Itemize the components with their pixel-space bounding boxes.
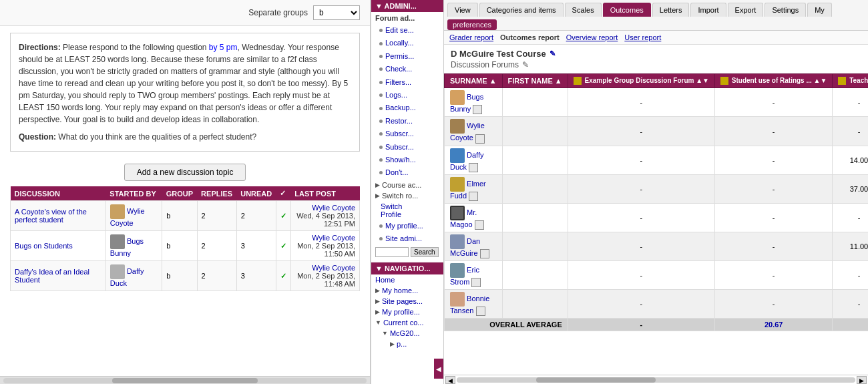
add-topic-button[interactable]: Add a new discussion topic	[124, 164, 246, 181]
table-row: Wylie Coyote - - -	[445, 117, 869, 146]
avatar	[450, 90, 465, 105]
scroll-right-button[interactable]: ▶	[857, 376, 867, 384]
course-edit-icon[interactable]: ✎	[550, 49, 556, 58]
grade-icon[interactable]	[480, 249, 489, 258]
discussion-title[interactable]: Daffy's Idea of an Ideal Student	[11, 261, 106, 291]
subscr1-item[interactable]: Subscr...	[371, 128, 443, 140]
tab-my[interactable]: My	[807, 3, 832, 17]
add-topic-area: Add a new discussion topic	[0, 158, 370, 186]
student-surname[interactable]: Daffy Duck	[445, 146, 503, 174]
permis-item[interactable]: Permis...	[371, 50, 443, 63]
last-post-author[interactable]: Wylie Coyote	[312, 234, 355, 242]
switch-label[interactable]: Switch	[381, 202, 439, 210]
tab-outcomes[interactable]: Outcomes	[603, 3, 651, 17]
filters-item[interactable]: Filters...	[371, 76, 443, 89]
horizontal-scrollbar[interactable]	[0, 376, 370, 384]
subtitle-edit-icon[interactable]: ✎	[522, 60, 529, 69]
grade-col2: -	[715, 117, 833, 146]
grade-icon[interactable]	[473, 105, 482, 114]
home-nav-item[interactable]: Home	[371, 274, 443, 285]
tab-scales[interactable]: Scales	[565, 3, 602, 17]
grade-icon[interactable]	[469, 192, 478, 201]
tab-import[interactable]: Import	[690, 3, 726, 17]
discussion-title[interactable]: A Coyote's view of the perfect student	[11, 201, 106, 231]
avatar	[450, 234, 465, 249]
sub-tab-outcomes[interactable]: Outcomes report	[500, 33, 560, 41]
showh-item[interactable]: Show/h...	[371, 154, 443, 166]
restor-item[interactable]: Restor...	[371, 115, 443, 128]
discussion-title[interactable]: Bugs on Students	[11, 231, 106, 261]
grade-icon[interactable]	[471, 278, 481, 287]
tab-view[interactable]: View	[447, 3, 478, 17]
subscr2-item[interactable]: Subscr...	[371, 141, 443, 154]
logs-item[interactable]: Logs...	[371, 89, 443, 102]
tab-settings[interactable]: Settings	[765, 3, 806, 17]
avatar	[450, 119, 465, 134]
sub-tab-grader[interactable]: Grader report	[449, 33, 493, 41]
check-cell: ✓	[276, 231, 290, 261]
grade-col3: -	[833, 117, 868, 146]
my-home-nav-item[interactable]: ▶My home...	[371, 285, 443, 296]
student-surname[interactable]: Elmer Fudd	[445, 174, 503, 203]
table-row: Elmer Fudd - - 37.00	[445, 174, 869, 203]
dont-item[interactable]: Don't...	[371, 166, 443, 179]
student-firstname	[502, 117, 568, 146]
check-cell: ✓	[276, 261, 290, 291]
outcomes-preferences-tab[interactable]: preferences	[447, 19, 497, 30]
student-surname[interactable]: Bugs Bunny	[445, 88, 503, 117]
admin-header-label: ▼ ADMINI...	[375, 2, 417, 10]
grade-icon[interactable]	[469, 163, 478, 172]
check-item[interactable]: Check...	[371, 63, 443, 75]
tab-export[interactable]: Export	[728, 3, 764, 17]
grade-icon[interactable]	[475, 134, 485, 144]
student-surname[interactable]: Dan McGuire	[445, 232, 503, 260]
last-post-author[interactable]: Wylie Coyote	[312, 264, 355, 272]
search-input[interactable]	[375, 247, 409, 257]
course-ac-expandable[interactable]: ▶Course ac...	[371, 180, 443, 190]
grade-col3: -	[833, 203, 868, 232]
grade-col1: -	[568, 232, 714, 260]
edit-se-item[interactable]: Edit se...	[371, 24, 443, 37]
student-firstname	[502, 146, 568, 174]
student-surname[interactable]: Bonnie Tansen	[445, 290, 503, 319]
ratings-icon	[720, 77, 728, 85]
p-nav-item[interactable]: ▶p...	[371, 339, 443, 349]
sub-tab-overview[interactable]: Overview report	[566, 33, 618, 41]
panel-collapse-button[interactable]: ◀	[434, 359, 443, 379]
tab-categories-items[interactable]: Categories and items	[479, 3, 564, 17]
student-surname[interactable]: Wylie Coyote	[445, 117, 503, 146]
backup-item[interactable]: Backup...	[371, 102, 443, 114]
report-subtitle: Discussion Forums ✎	[451, 60, 861, 69]
student-surname[interactable]: Mr. Magoo	[445, 203, 503, 232]
student-firstname	[502, 290, 568, 319]
col-firstname[interactable]: FIRST NAME ▲	[502, 74, 568, 88]
sort-icon2[interactable]: ▲▼	[814, 77, 827, 84]
scroll-left-button[interactable]: ◀	[445, 376, 455, 384]
group-select[interactable]: b	[313, 5, 360, 20]
grade-icon[interactable]	[476, 307, 485, 316]
mcg20-nav-item[interactable]: ▼McG20...	[371, 328, 443, 339]
student-firstname	[502, 88, 568, 117]
sub-tab-user[interactable]: User report	[624, 33, 661, 41]
col-surname[interactable]: SURNAME ▲	[445, 74, 503, 88]
profile-label[interactable]: Profile	[381, 210, 439, 218]
report-title-area: D McGuire Test Course ✎ Discussion Forum…	[444, 45, 868, 73]
grades-table-wrap[interactable]: SURNAME ▲ FIRST NAME ▲ Example Group Dis…	[444, 73, 868, 375]
my-profile2-nav-item[interactable]: ▶My profile...	[371, 307, 443, 317]
tab-letters[interactable]: Letters	[652, 3, 690, 17]
site-pages-nav-item[interactable]: ▶Site pages...	[371, 296, 443, 307]
current-co-nav-item[interactable]: ▼Current co...	[371, 317, 443, 328]
sort-icon[interactable]: ▲▼	[696, 77, 709, 84]
last-post-cell: Wylie Coyote Mon, 2 Sep 2013, 11:48 AM	[290, 261, 359, 291]
switch-ro-expandable[interactable]: ▶Switch ro...	[371, 190, 443, 201]
locally-item[interactable]: Locally...	[371, 37, 443, 49]
col-teacher: Teacher...	[833, 74, 868, 88]
student-surname[interactable]: Eric Strom	[445, 260, 503, 289]
site-admi-item[interactable]: Site admi...	[371, 232, 443, 245]
grade-icon[interactable]	[475, 220, 484, 230]
my-profile-item[interactable]: My profile...	[371, 220, 443, 232]
right-horizontal-scrollbar[interactable]: ◀ ▶	[444, 375, 868, 384]
search-button[interactable]: Search	[411, 247, 439, 257]
grade-col2: -	[715, 232, 833, 260]
last-post-author[interactable]: Wylie Coyote	[312, 204, 355, 212]
